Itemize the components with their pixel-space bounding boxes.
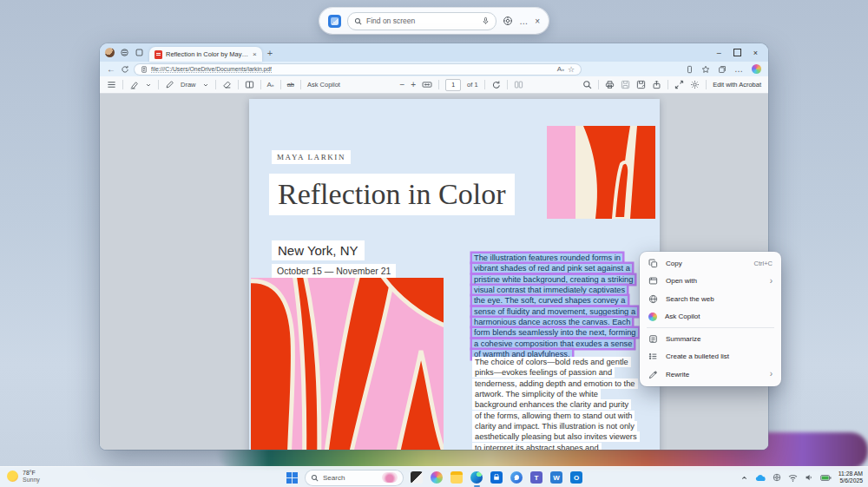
exhibit-location: New York, NY bbox=[272, 240, 365, 260]
browser-menu-icon[interactable]: … bbox=[734, 64, 744, 74]
read-aloud-text-icon[interactable]: A» bbox=[267, 81, 274, 89]
desktop: Find on screen … × Reflection in Color b… bbox=[0, 0, 868, 487]
start-button[interactable] bbox=[286, 472, 298, 484]
more-options-icon[interactable]: … bbox=[519, 16, 529, 26]
draw-label[interactable]: Draw bbox=[181, 81, 196, 89]
microphone-icon[interactable] bbox=[482, 16, 490, 25]
teams-icon[interactable]: T bbox=[530, 471, 542, 484]
zoom-out-icon[interactable]: − bbox=[399, 80, 404, 89]
security-icon[interactable] bbox=[773, 473, 781, 482]
bulleted-list-icon bbox=[648, 352, 658, 361]
copilot-icon[interactable] bbox=[752, 64, 761, 74]
outlook-icon[interactable]: O bbox=[570, 471, 582, 484]
microsoft-store-icon[interactable] bbox=[490, 471, 503, 484]
screen-search-logo-icon bbox=[328, 15, 341, 28]
page-number-input[interactable]: 1 bbox=[445, 79, 461, 91]
highlighter-icon[interactable] bbox=[129, 80, 139, 89]
close-icon[interactable]: × bbox=[535, 16, 540, 26]
collections-icon[interactable] bbox=[718, 65, 727, 74]
zoom-in-icon[interactable]: + bbox=[411, 80, 416, 89]
globe-icon bbox=[648, 294, 658, 304]
onedrive-cloud-icon[interactable] bbox=[755, 474, 766, 482]
taskbar: 78°F Sunny Search T W O bbox=[0, 466, 868, 487]
tab-strip: Reflection in Color by Maya Larkin × + –… bbox=[100, 43, 768, 62]
tab-actions-icon[interactable] bbox=[135, 48, 144, 57]
pdf-page: MAYA LARKIN Reflection in Color New York… bbox=[249, 99, 660, 450]
phone-link-icon[interactable] bbox=[686, 65, 694, 74]
menu-item-summarize[interactable]: Summarize bbox=[640, 330, 781, 348]
pdf-file-icon bbox=[155, 50, 162, 59]
battery-icon[interactable] bbox=[820, 474, 832, 482]
tray-chevron-up-icon[interactable] bbox=[740, 474, 748, 482]
read-aloud-icon[interactable]: A» bbox=[557, 65, 564, 73]
ask-copilot-button[interactable]: Ask Copilot bbox=[307, 81, 340, 89]
chat-icon[interactable] bbox=[510, 471, 523, 484]
copy-icon bbox=[648, 259, 658, 268]
submenu-chevron-icon: › bbox=[770, 370, 773, 378]
search-document-icon[interactable] bbox=[582, 80, 592, 89]
copilot-taskbar-icon[interactable] bbox=[431, 471, 443, 484]
clock[interactable]: 11:28 AM 5/6/2025 bbox=[838, 471, 863, 485]
profile-avatar[interactable] bbox=[105, 48, 115, 57]
task-view-icon[interactable] bbox=[411, 471, 423, 484]
refresh-icon[interactable] bbox=[121, 65, 129, 74]
weather-condition: Sunny bbox=[23, 477, 40, 484]
close-window-icon[interactable]: × bbox=[753, 49, 758, 57]
active-tab[interactable]: Reflection in Color by Maya Larkin × bbox=[149, 47, 262, 62]
tab-close-icon[interactable]: × bbox=[253, 50, 257, 58]
edge-icon[interactable] bbox=[470, 471, 483, 484]
favorites-bar-icon[interactable] bbox=[701, 65, 710, 74]
menu-item-bulleted-list[interactable]: Create a bulleted list bbox=[640, 348, 781, 366]
rotate-icon[interactable] bbox=[491, 80, 501, 89]
save-icon[interactable] bbox=[621, 80, 630, 89]
favorite-star-icon[interactable]: ☆ bbox=[568, 65, 575, 74]
translate-icon[interactable]: ab bbox=[287, 81, 294, 89]
edit-with-acrobat-button[interactable]: Edit with Acrobat bbox=[713, 81, 761, 89]
maximize-icon[interactable] bbox=[733, 49, 741, 56]
clock-date: 5/6/2025 bbox=[838, 477, 863, 485]
wifi-icon[interactable] bbox=[788, 474, 798, 482]
fit-to-width-icon[interactable] bbox=[422, 80, 432, 89]
address-bar: ← file:///C:/Users/OneDrive/Documents/la… bbox=[100, 62, 768, 76]
word-icon[interactable]: W bbox=[550, 471, 562, 484]
two-page-view-icon[interactable] bbox=[245, 80, 254, 89]
exhibit-dates: October 15 — November 21 bbox=[272, 264, 396, 279]
tab-title: Reflection in Color by Maya Larkin bbox=[166, 50, 249, 58]
file-explorer-icon[interactable] bbox=[450, 471, 463, 484]
page-layout-icon[interactable] bbox=[514, 80, 523, 89]
menu-item-open-with[interactable]: Open with › bbox=[640, 273, 781, 291]
weather-widget[interactable]: 78°F Sunny bbox=[7, 469, 40, 484]
workspaces-icon[interactable] bbox=[120, 48, 129, 57]
visual-search-settings-icon[interactable] bbox=[503, 16, 513, 26]
url-field[interactable]: file:///C:/Users/OneDrive/Documents/lark… bbox=[135, 64, 581, 75]
table-of-contents-icon[interactable] bbox=[107, 80, 116, 89]
eraser-icon[interactable] bbox=[222, 80, 232, 89]
print-icon[interactable] bbox=[605, 80, 615, 89]
pdf-settings-gear-icon[interactable] bbox=[690, 80, 700, 89]
taskbar-search-icon bbox=[311, 474, 319, 482]
highlighted-paragraph[interactable]: The illustration features rounded forms … bbox=[472, 253, 637, 359]
url-text: file:///C:/Users/OneDrive/Documents/lark… bbox=[151, 66, 272, 73]
back-icon[interactable]: ← bbox=[107, 64, 115, 74]
save-as-icon[interactable] bbox=[636, 80, 646, 89]
minimize-icon[interactable]: – bbox=[717, 49, 721, 57]
share-icon[interactable] bbox=[652, 80, 661, 89]
highlighter-chevron-icon[interactable] bbox=[145, 82, 152, 89]
taskbar-search[interactable]: Search bbox=[306, 471, 403, 485]
draw-pen-icon[interactable] bbox=[165, 80, 174, 89]
menu-item-copy[interactable]: Copy Ctrl+C bbox=[640, 254, 781, 273]
fullscreen-icon[interactable] bbox=[674, 80, 684, 89]
menu-item-ask-copilot[interactable]: Ask Copilot bbox=[640, 308, 781, 326]
menu-item-rewrite[interactable]: Rewrite › bbox=[640, 365, 781, 384]
page-count-label: of 1 bbox=[467, 81, 478, 89]
taskbar-center: Search T W O bbox=[286, 467, 582, 487]
search-highlight-image bbox=[382, 472, 398, 483]
new-tab-icon[interactable]: + bbox=[267, 48, 273, 58]
document-title: Reflection in Color bbox=[269, 174, 515, 215]
volume-icon[interactable] bbox=[805, 473, 813, 482]
draw-chevron-icon[interactable] bbox=[202, 82, 209, 89]
find-on-screen-input[interactable]: Find on screen bbox=[347, 12, 496, 30]
document-icon bbox=[141, 66, 148, 73]
artwork-thumbnail bbox=[547, 126, 655, 219]
menu-item-search-web[interactable]: Search the web bbox=[640, 290, 781, 308]
